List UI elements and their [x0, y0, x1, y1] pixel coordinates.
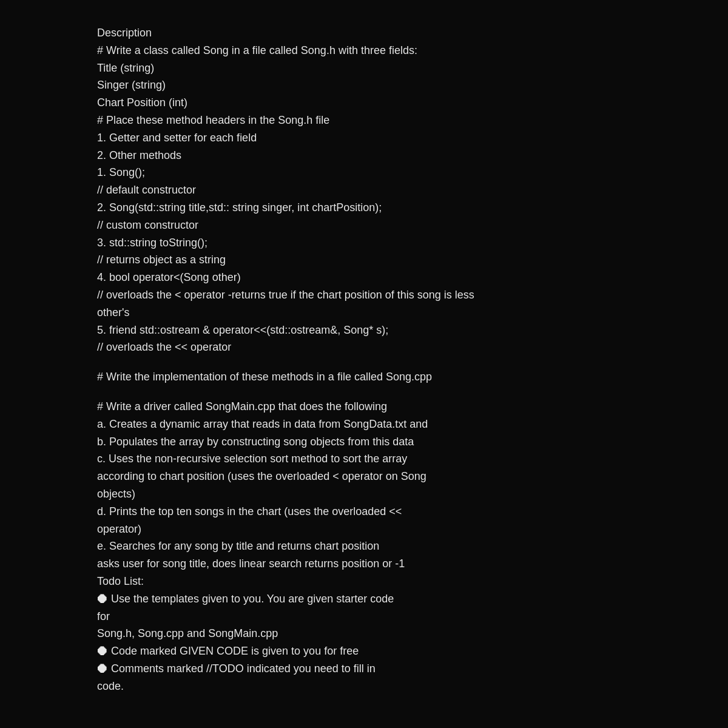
line-description: Description	[97, 24, 631, 42]
line-t2: ⯃ Code marked GIVEN CODE is given to you…	[97, 642, 631, 660]
line-t1a: ⯃ Use the templates given to you. You ar…	[97, 590, 631, 608]
line-overloads1: // overloads the < operator -returns tru…	[97, 286, 631, 304]
line-1getter: 1. Getter and setter for each field	[97, 129, 631, 147]
line-chart: Chart Position (int)	[97, 94, 631, 112]
line-1song: 1. Song();	[97, 164, 631, 181]
line-others: other's	[97, 304, 631, 322]
line-todo: Todo List:	[97, 573, 631, 590]
main-content: Description # Write a class called Song …	[0, 0, 728, 719]
line-a: a. Creates a dynamic array that reads in…	[97, 416, 631, 433]
line-hash4: # Write a driver called SongMain.cpp tha…	[97, 398, 631, 416]
line-c2: according to chart position (uses the ov…	[97, 468, 631, 485]
line-t1c: Song.h, Song.cpp and SongMain.cpp	[97, 625, 631, 642]
line-t1b: for	[97, 608, 631, 625]
line-c1: c. Uses the non-recursive selection sort…	[97, 450, 631, 468]
line-overloads2: // overloads the << operator	[97, 339, 631, 356]
line-4bool: 4. bool operator<(Song other)	[97, 269, 631, 286]
line-hash1: # Write a class called Song in a file ca…	[97, 42, 631, 59]
line-3tostring: 3. std::string toString();	[97, 234, 631, 252]
line-t3b: code.	[97, 678, 631, 695]
line-2song: 2. Song(std::string title,std:: string s…	[97, 199, 631, 217]
line-d2: operator)	[97, 521, 631, 538]
line-5friend: 5. friend std::ostream & operator<<(std:…	[97, 322, 631, 339]
line-d1: d. Prints the top ten songs in the chart…	[97, 503, 631, 521]
line-hash3: # Write the implementation of these meth…	[97, 368, 631, 386]
line-t3a: ⯃ Comments marked //TODO indicated you n…	[97, 660, 631, 678]
line-c3: objects)	[97, 485, 631, 503]
line-e1: e. Searches for any song by title and re…	[97, 538, 631, 555]
line-singer: Singer (string)	[97, 76, 631, 94]
line-b: b. Populates the array by constructing s…	[97, 433, 631, 451]
line-default: // default constructor	[97, 181, 631, 199]
line-e2: asks user for song title, does linear se…	[97, 555, 631, 573]
line-hash2: # Place these method headers in the Song…	[97, 112, 631, 129]
line-custom: // custom constructor	[97, 217, 631, 234]
line-title: Title (string)	[97, 59, 631, 77]
line-2other: 2. Other methods	[97, 147, 631, 164]
line-returns: // returns object as a string	[97, 251, 631, 269]
